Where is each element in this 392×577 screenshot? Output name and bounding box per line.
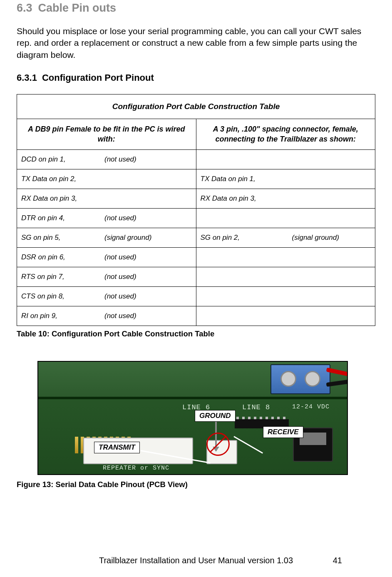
cell-left-main: DTR on pin 4, xyxy=(21,214,104,222)
table-cell-left: RI on pin 9,(not used) xyxy=(17,306,196,326)
silk-vdc: 12-24 VDC xyxy=(292,403,330,410)
page-footer: Trailblazer Installation and User Manual… xyxy=(0,556,392,565)
table-title: Configuration Port Cable Construction Ta… xyxy=(17,95,375,119)
cell-right-main: TX Data on pin 1, xyxy=(201,175,292,183)
cell-right-main: SG on pin 2, xyxy=(201,234,292,242)
table-caption: Table 10: Configuration Port Cable Const… xyxy=(17,329,375,338)
pinout-table: Configuration Port Cable Construction Ta… xyxy=(17,94,375,326)
table-row: RX Data on pin 3,RX Data on pin 3, xyxy=(17,189,375,208)
cell-left-main: SG on pin 5, xyxy=(21,234,104,242)
table-cell-left: DTR on pin 4,(not used) xyxy=(17,208,196,228)
subsection-number: 6.3.1 xyxy=(17,72,37,83)
table-cell-left: RTS on pin 7,(not used) xyxy=(17,267,196,286)
page-number: 41 xyxy=(333,556,342,565)
table-cell-right xyxy=(196,247,375,267)
section-heading: 6.3Cable Pin outs xyxy=(17,0,375,15)
terminal-block xyxy=(270,364,330,394)
cell-right-note: (signal ground) xyxy=(292,234,371,242)
table-cell-left: TX Data on pin 2, xyxy=(17,169,196,189)
table-row: SG on pin 5,(signal ground)SG on pin 2,(… xyxy=(17,228,375,247)
label-receive: RECEIVE xyxy=(263,426,303,438)
subsection-title: Configuration Port Pinout xyxy=(42,72,154,83)
table-cell-right: SG on pin 2,(signal ground) xyxy=(196,228,375,247)
cell-left-note: (not used) xyxy=(104,253,192,261)
section-title: Cable Pin outs xyxy=(38,2,117,14)
table-cell-right xyxy=(196,306,375,326)
table-row: DTR on pin 4,(not used) xyxy=(17,208,375,228)
label-transmit: TRANSMIT xyxy=(94,442,140,453)
cell-left-main: DSR on pin 6, xyxy=(21,253,104,261)
table-header-row: A DB9 pin Female to be fit in the PC is … xyxy=(17,119,375,150)
figure-caption: Figure 13: Serial Data Cable Pinout (PCB… xyxy=(17,480,375,489)
cell-right-note xyxy=(292,194,371,203)
table-col-left-header: A DB9 pin Female to be fit in the PC is … xyxy=(17,119,196,150)
table-cell-right xyxy=(196,286,375,306)
cell-left-note xyxy=(104,175,192,183)
table-title-row: Configuration Port Cable Construction Ta… xyxy=(17,95,375,119)
cell-left-main: DCD on pin 1, xyxy=(21,155,104,164)
table-cell-left: RX Data on pin 3, xyxy=(17,189,196,208)
table-cell-right xyxy=(196,149,375,169)
table-row: CTS on pin 8,(not used) xyxy=(17,286,375,306)
cell-left-main: RI on pin 9, xyxy=(21,312,104,320)
table-row: DCD on pin 1,(not used) xyxy=(17,149,375,169)
cell-left-note xyxy=(104,194,192,203)
cell-left-main: TX Data on pin 2, xyxy=(21,175,104,183)
no-entry-icon xyxy=(206,433,230,456)
cell-right-main: RX Data on pin 3, xyxy=(201,194,292,203)
table-cell-right: TX Data on pin 1, xyxy=(196,169,375,189)
table-cell-right xyxy=(196,208,375,228)
table-row: RI on pin 9,(not used) xyxy=(17,306,375,326)
silk-repeater: REPEATER or SYNC xyxy=(103,465,169,472)
table-cell-right: RX Data on pin 3, xyxy=(196,189,375,208)
footer-text: Trailblazer Installation and User Manual… xyxy=(99,556,293,565)
cell-left-note: (not used) xyxy=(104,214,192,222)
line-receive xyxy=(233,436,263,454)
table-cell-left: SG on pin 5,(signal ground) xyxy=(17,228,196,247)
cell-left-note: (not used) xyxy=(104,312,192,320)
cell-left-note: (not used) xyxy=(104,155,192,164)
table-row: DSR on pin 6,(not used) xyxy=(17,247,375,267)
page: 6.3Cable Pin outs Should you misplace or… xyxy=(0,0,392,577)
figure: LINE 6 LINE 8 12-24 VDC REPEATER or SYNC… xyxy=(37,361,346,475)
cell-left-main: RX Data on pin 3, xyxy=(21,194,104,203)
cell-left-note: (not used) xyxy=(104,292,192,301)
table-cell-left: DCD on pin 1,(not used) xyxy=(17,149,196,169)
section-number: 6.3 xyxy=(17,2,32,14)
silk-line-8: LINE 8 xyxy=(242,403,270,411)
table-cell-right xyxy=(196,267,375,286)
table-col-right-header: A 3 pin, .100" spacing connector, female… xyxy=(196,119,375,150)
cell-right-note xyxy=(292,175,371,183)
cell-left-main: RTS on pin 7, xyxy=(21,273,104,281)
table-cell-left: DSR on pin 6,(not used) xyxy=(17,247,196,267)
table-row: RTS on pin 7,(not used) xyxy=(17,267,375,286)
pcb-image: LINE 6 LINE 8 12-24 VDC REPEATER or SYNC… xyxy=(37,361,348,475)
table-row: TX Data on pin 2,TX Data on pin 1, xyxy=(17,169,375,189)
subsection-heading: 6.3.1Configuration Port Pinout xyxy=(17,72,375,83)
table-cell-left: CTS on pin 8,(not used) xyxy=(17,286,196,306)
cell-left-main: CTS on pin 8, xyxy=(21,292,104,301)
cell-left-note: (signal ground) xyxy=(104,234,192,242)
intro-paragraph: Should you misplace or lose your serial … xyxy=(17,25,375,61)
label-ground: GROUND xyxy=(195,410,236,422)
cell-left-note: (not used) xyxy=(104,273,192,281)
